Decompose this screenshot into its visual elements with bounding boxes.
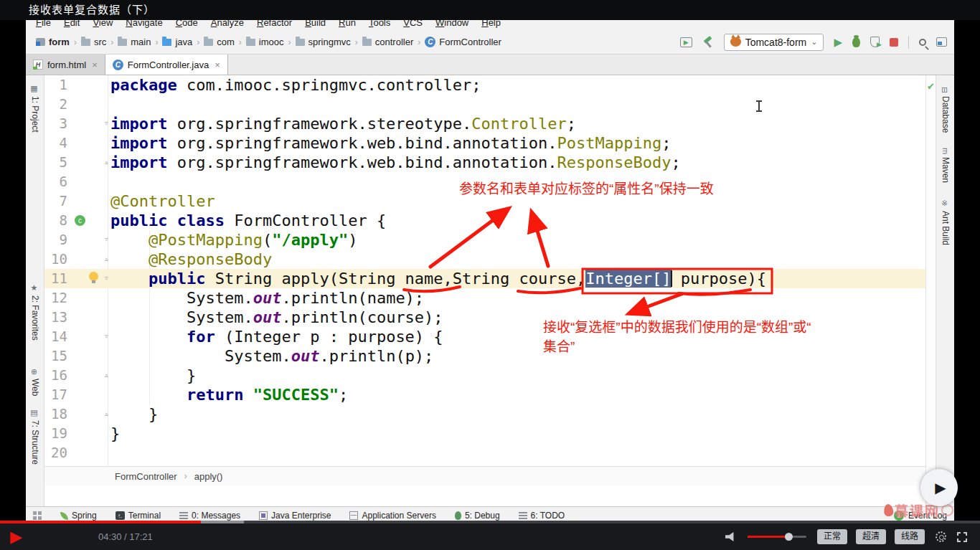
gutter[interactable] (73, 75, 110, 95)
tab-formcontroller.java[interactable]: FormController.java× (105, 54, 228, 75)
quality-button-正常[interactable]: 正常 (817, 529, 847, 545)
breadcrumb-item-imooc[interactable]: imooc (246, 37, 284, 47)
fold-marker-icon[interactable]: ▿ (104, 114, 109, 133)
breadcrumb-class[interactable]: FormController (115, 471, 177, 482)
video-play-button[interactable]: ▶ (10, 529, 22, 545)
quality-button-超清[interactable]: 超清 (856, 529, 886, 545)
toolwindow-run-icon[interactable] (680, 37, 692, 47)
gutter[interactable]: ▵ (73, 404, 110, 424)
toolwindow-label: Application Servers (362, 511, 435, 521)
debug-button[interactable] (852, 37, 860, 47)
code-token: for (187, 328, 215, 346)
line-number: 18 (44, 404, 73, 424)
code-line-18: 18▵ } (44, 404, 925, 424)
breadcrumb-item-java[interactable]: java (162, 37, 192, 47)
class-gutter-icon[interactable] (75, 215, 85, 226)
code-text: @Controller (110, 191, 215, 211)
fold-marker-icon[interactable]: ▵ (104, 366, 109, 385)
toolwindow-button-spring[interactable]: Spring (60, 511, 97, 521)
video-player: 接收表单复合数据（下） FileEditViewNavigateCodeAnal… (0, 0, 980, 550)
toolwindow-button-5--debug[interactable]: 5: Debug (455, 511, 500, 521)
code-line-10: 10▵ @ResponseBody (44, 250, 925, 269)
toolwindow-switcher-icon[interactable] (33, 511, 42, 520)
sidebar-item-database[interactable]: ⊟Database (941, 87, 951, 133)
fold-marker-icon[interactable]: ▵ (104, 404, 109, 424)
chevron-right-icon: › (288, 37, 291, 47)
fold-marker-icon[interactable]: ▿ (104, 269, 109, 288)
breadcrumb-method[interactable]: apply() (194, 471, 223, 482)
terminal-icon (116, 511, 125, 520)
gutter[interactable] (73, 211, 110, 230)
line-number: 13 (44, 308, 73, 327)
toolwindow-button-application-servers[interactable]: Application Servers (349, 511, 435, 521)
stripe-label: Database (941, 96, 951, 133)
coverage-button[interactable] (870, 37, 880, 47)
tab-form.html[interactable]: form.html× (26, 54, 105, 75)
gutter[interactable] (73, 172, 110, 191)
project-structure-icon[interactable] (936, 37, 947, 47)
run-button[interactable] (834, 37, 842, 47)
fold-marker-icon[interactable]: ▿ (104, 230, 109, 250)
breadcrumb-item-com[interactable]: com (204, 37, 235, 47)
build-hammer-icon[interactable] (702, 37, 714, 48)
code-token: ) (348, 231, 357, 249)
fold-marker-icon[interactable]: ▿ (104, 327, 109, 346)
gutter[interactable]: ▿ (73, 114, 110, 133)
fold-marker-icon[interactable]: ▵ (104, 153, 109, 172)
close-icon[interactable]: × (215, 60, 220, 70)
gutter[interactable] (73, 424, 110, 443)
toolwindow-button-6--todo[interactable]: 6: TODO (519, 511, 565, 521)
breadcrumb-item-formcontroller[interactable]: FormController (425, 37, 501, 47)
toolwindow-button-java-enterprise[interactable]: Java Enterprise (259, 511, 331, 521)
breadcrumb-item-springmvc[interactable]: springmvc (296, 37, 351, 47)
gutter[interactable] (73, 191, 110, 211)
fold-marker-icon[interactable]: ▵ (104, 250, 109, 269)
sidebar-item-web[interactable]: ⊕Web (30, 369, 40, 396)
breadcrumb-item-main[interactable]: main (118, 37, 151, 47)
gutter[interactable]: ▵ (73, 250, 110, 269)
gutter[interactable] (73, 346, 110, 366)
stripe-label: Maven (941, 157, 951, 183)
next-episode-button[interactable]: ▶ (920, 469, 958, 506)
gutter[interactable]: ▿ (73, 230, 110, 250)
run-configuration-select[interactable]: Tomcat8-form ⌄ (724, 34, 824, 51)
breadcrumb-item-src[interactable]: src (81, 37, 106, 47)
stop-button[interactable] (890, 38, 898, 47)
gutter[interactable] (73, 288, 110, 308)
fullscreen-icon[interactable] (957, 532, 967, 542)
volume-knob[interactable] (785, 533, 793, 541)
volume-icon[interactable] (725, 532, 737, 541)
search-icon[interactable] (919, 39, 926, 46)
intention-bulb-icon[interactable] (89, 272, 98, 281)
code-editor[interactable]: 1package com.imooc.springmvc.controller;… (44, 75, 925, 466)
code-text: @PostMapping("/apply") (110, 230, 357, 250)
code-token: @PostMapping (149, 231, 263, 249)
code-token: FormController { (225, 212, 386, 229)
gutter[interactable]: ▵ (73, 153, 110, 172)
gutter[interactable] (73, 308, 110, 327)
quality-button-线路[interactable]: 线路 (895, 529, 925, 545)
breadcrumb-item-controller[interactable]: controller (362, 37, 413, 47)
breadcrumb-item-form[interactable]: form (36, 37, 70, 47)
code-token (110, 270, 149, 288)
sidebar-item-maven[interactable]: mMaven (941, 148, 951, 183)
sidebar-item----project[interactable]: ▦1: Project (30, 84, 40, 133)
code-token: ; (661, 134, 671, 152)
gutter[interactable] (73, 133, 110, 153)
toolwindow-button-0--messages[interactable]: 0: Messages (179, 511, 240, 521)
sidebar-item----structure[interactable]: ▤7: Structure (30, 408, 40, 465)
volume-slider[interactable] (748, 536, 806, 538)
code-token: System. (110, 347, 291, 365)
project-icon: ▦ (30, 84, 39, 93)
toolwindow-button-terminal[interactable]: Terminal (116, 511, 161, 521)
gutter[interactable]: ▵ (73, 366, 110, 385)
sidebar-item-ant-build[interactable]: ※Ant Build (941, 199, 951, 245)
settings-gear-icon[interactable] (936, 531, 946, 542)
sidebar-item----favorites[interactable]: ★2: Favorites (30, 283, 40, 341)
line-number: 9 (44, 230, 73, 250)
gutter[interactable]: ▿ (73, 327, 110, 346)
close-icon[interactable]: × (92, 60, 98, 70)
gutter[interactable] (73, 95, 110, 114)
gutter[interactable] (73, 385, 110, 404)
gutter[interactable] (73, 443, 110, 463)
